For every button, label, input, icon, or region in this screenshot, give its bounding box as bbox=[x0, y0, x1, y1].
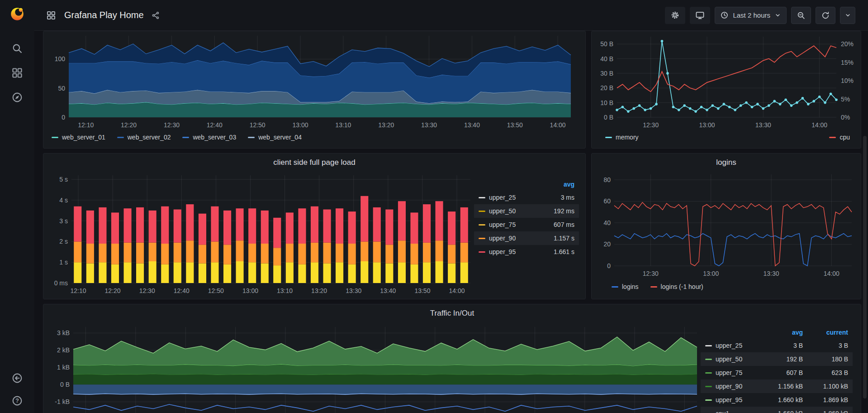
bar-segment bbox=[423, 243, 431, 263]
refresh-interval-button[interactable] bbox=[840, 7, 855, 24]
series-point bbox=[723, 103, 726, 106]
sidebar: ? bbox=[0, 0, 34, 413]
legend-row[interactable]: upper_253 B3 B bbox=[701, 339, 853, 352]
web-servers-legend: web_server_01web_server_02web_server_03w… bbox=[47, 132, 582, 141]
legend-value: 1.156 kB bbox=[758, 383, 803, 390]
axis-label: 13:10 bbox=[335, 121, 351, 129]
series-point bbox=[678, 109, 680, 111]
legend-row[interactable]: upper_951.661 s bbox=[474, 245, 579, 259]
legend-label: memory bbox=[616, 134, 639, 141]
bar-segment bbox=[174, 210, 181, 243]
axis-label: 60 bbox=[603, 197, 611, 205]
legend-row[interactable]: upper_951.660 kB1.869 kB bbox=[701, 393, 853, 407]
legend-sort-avg[interactable]: avg bbox=[535, 181, 574, 188]
axis-label: 13:00 bbox=[292, 121, 308, 129]
axis-label: 14:00 bbox=[811, 121, 827, 129]
apps-grid-icon[interactable] bbox=[46, 10, 56, 20]
legend-value: 192 ms bbox=[535, 207, 574, 215]
legend-label: upper_95 bbox=[716, 396, 742, 403]
series-point bbox=[818, 96, 821, 98]
grafana-logo[interactable] bbox=[8, 5, 26, 23]
share-icon[interactable] bbox=[151, 11, 160, 20]
bar-segment bbox=[423, 262, 431, 283]
bar-segment bbox=[385, 264, 393, 283]
legend-item[interactable]: web_server_02 bbox=[117, 134, 171, 141]
scrollbar-thumb[interactable] bbox=[863, 136, 867, 399]
memory-cpu-chart[interactable]: 0 B10 B20 B30 B40 B50 B12:3013:0013:3014… bbox=[595, 33, 858, 130]
bar-segment bbox=[398, 262, 406, 283]
bar-segment bbox=[124, 208, 132, 243]
axis-label: 1 kB bbox=[57, 364, 70, 371]
axis-label: 13:50 bbox=[507, 121, 523, 129]
axis-label: 13:00 bbox=[242, 287, 258, 294]
legend-row[interactable]: upper_253 ms bbox=[474, 191, 579, 204]
bar-segment bbox=[236, 261, 244, 283]
legend-row[interactable]: cpu11.660 kB1.869 kB bbox=[701, 407, 853, 413]
bar-segment bbox=[223, 211, 231, 245]
series-point bbox=[734, 109, 736, 111]
legend-row[interactable]: upper_75607 B623 B bbox=[701, 366, 853, 379]
legend-row[interactable]: upper_50192 B180 B bbox=[701, 352, 853, 366]
legend-row[interactable]: upper_75607 ms bbox=[474, 218, 579, 231]
bar-segment bbox=[223, 245, 231, 264]
time-range-button[interactable]: Last 2 hours bbox=[715, 7, 787, 24]
search-icon[interactable] bbox=[11, 43, 23, 54]
web-servers-chart[interactable]: 05010012:1012:2012:3012:4012:5013:0013:1… bbox=[47, 33, 583, 130]
logins-chart[interactable]: 02040608012:3013:0013:3014:00 bbox=[595, 171, 858, 279]
bar-segment bbox=[348, 264, 356, 283]
panel-title[interactable]: Traffic In/Out bbox=[47, 306, 857, 322]
series-point bbox=[784, 98, 787, 101]
legend-value: 180 B bbox=[803, 355, 848, 363]
explore-compass-icon[interactable] bbox=[11, 91, 23, 103]
series-point bbox=[835, 98, 838, 101]
series-point bbox=[740, 104, 742, 107]
page-load-chart[interactable]: 0 ms1 s2 s3 s4 s5 s12:1012:2012:3012:401… bbox=[47, 171, 474, 296]
zoom-out-icon bbox=[797, 11, 806, 20]
legend-item[interactable]: cpu bbox=[829, 134, 850, 141]
bar-segment bbox=[186, 262, 194, 283]
bar-segment bbox=[111, 244, 119, 264]
legend-item[interactable]: logins bbox=[612, 283, 639, 290]
axis-label: -1 kB bbox=[55, 398, 70, 405]
refresh-button[interactable] bbox=[816, 7, 835, 24]
panel-title[interactable]: logins bbox=[595, 155, 857, 171]
legend-item[interactable]: web_server_03 bbox=[182, 134, 236, 141]
axis-label: 10% bbox=[841, 77, 854, 84]
series-line bbox=[614, 234, 852, 266]
dashboards-icon[interactable] bbox=[11, 67, 23, 79]
series-point bbox=[813, 100, 816, 103]
legend-item[interactable]: web_server_04 bbox=[248, 134, 302, 141]
sign-in-icon[interactable] bbox=[11, 372, 23, 384]
legend-sort-current[interactable]: current bbox=[803, 329, 848, 336]
traffic-chart[interactable]: 3 kB2 kB1 kB0 B-1 kB-2 kB bbox=[47, 322, 701, 413]
axis-label: 15% bbox=[841, 59, 854, 66]
bar-segment bbox=[360, 242, 368, 262]
axis-label: 12:30 bbox=[643, 270, 659, 277]
legend-item[interactable]: memory bbox=[605, 134, 639, 141]
bar-segment bbox=[323, 264, 331, 283]
axis-label: 20% bbox=[841, 40, 854, 48]
legend-label: web_server_02 bbox=[128, 134, 171, 141]
bar-segment bbox=[86, 264, 94, 283]
legend-row[interactable]: upper_901.157 s bbox=[474, 231, 579, 245]
legend-sort-avg[interactable]: avg bbox=[758, 329, 803, 336]
legend-swatch bbox=[705, 386, 712, 387]
help-icon[interactable]: ? bbox=[11, 395, 23, 407]
legend-row[interactable]: upper_50192 ms bbox=[474, 204, 579, 218]
axis-label: 12:50 bbox=[250, 121, 266, 129]
legend-label: logins (-1 hour) bbox=[661, 283, 703, 290]
zoom-out-button[interactable] bbox=[791, 7, 811, 24]
legend-row[interactable]: upper_901.156 kB1.100 kB bbox=[701, 379, 853, 393]
axis-label: 100 bbox=[55, 55, 66, 62]
legend-item[interactable]: web_server_01 bbox=[52, 134, 105, 141]
axis-label: 13:10 bbox=[277, 287, 293, 294]
legend-label: web_server_04 bbox=[258, 134, 302, 141]
cycle-view-button[interactable] bbox=[690, 7, 710, 24]
legend-item[interactable]: logins (-1 hour) bbox=[650, 283, 703, 290]
dashboard-settings-button[interactable] bbox=[665, 7, 685, 24]
panel-title[interactable]: client side full page load bbox=[47, 155, 582, 171]
legend-label: upper_90 bbox=[489, 235, 516, 242]
legend-label: web_server_01 bbox=[62, 134, 105, 141]
axis-label: 14:00 bbox=[449, 287, 465, 294]
bar-segment bbox=[174, 262, 181, 283]
